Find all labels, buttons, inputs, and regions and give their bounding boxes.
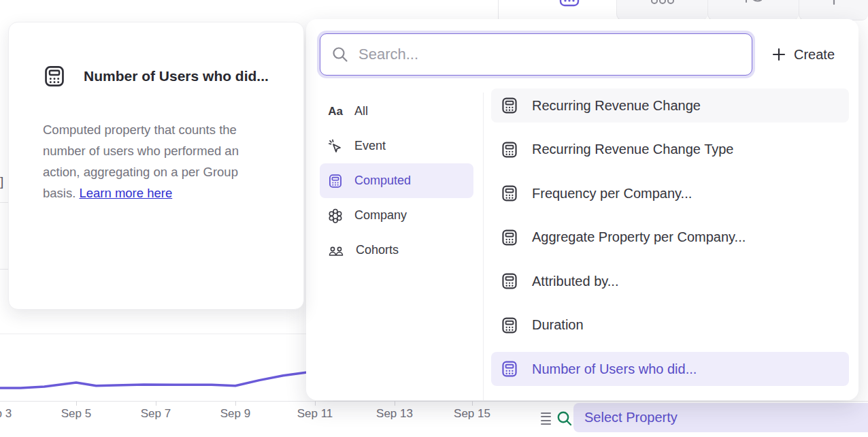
property-row-selected[interactable]: Number of Users who did...: [491, 352, 849, 386]
tab-2[interactable]: [616, 0, 707, 20]
x-axis-tick: [315, 401, 316, 406]
chart-type-tabstrip: [522, 0, 868, 20]
property-picker-panel: Create Aa All Event: [306, 19, 858, 400]
category-all[interactable]: Aa All: [320, 94, 473, 129]
x-axis-label: Sep 13: [376, 407, 413, 421]
drag-handle-icon[interactable]: [541, 412, 551, 425]
create-button-label: Create: [794, 47, 835, 63]
property-row[interactable]: Aggregate Property per Company...: [491, 221, 849, 255]
x-axis-label: Sep 15: [454, 407, 490, 421]
property-row[interactable]: Duration: [491, 308, 849, 342]
tab-3[interactable]: [707, 0, 799, 20]
property-row[interactable]: Recurring Revenue Change Type: [491, 133, 849, 167]
calculator-icon: [501, 97, 518, 114]
company-icon: [328, 208, 343, 223]
tab-4-icon: [831, 0, 837, 7]
property-row[interactable]: Frequency per Company...: [491, 176, 849, 210]
tooltip-description: Computed property that counts the number…: [43, 119, 273, 204]
calculator-icon: [501, 184, 518, 202]
search-input[interactable]: [358, 46, 741, 63]
x-axis-label: Sep 7: [141, 407, 171, 421]
category-list: Aa All Event: [320, 94, 473, 268]
select-property-field[interactable]: Select Property: [573, 403, 868, 432]
category-company[interactable]: Company: [320, 198, 473, 233]
property-row[interactable]: Recurring Revenue Change: [491, 88, 849, 123]
calculator-icon: [501, 141, 518, 159]
search-icon: [331, 46, 349, 63]
x-axis-label: Sep 11: [297, 407, 333, 421]
x-axis-tick: [76, 401, 77, 406]
category-computed[interactable]: Computed: [320, 163, 473, 198]
tab-3-icon: [744, 0, 764, 7]
plus-icon: [771, 47, 786, 62]
calculator-tab-icon: [559, 0, 580, 8]
x-axis-label: Sep 5: [61, 407, 91, 421]
tab-active-computed[interactable]: [522, 0, 616, 20]
cohorts-icon: [328, 243, 344, 258]
category-cohorts[interactable]: Cohorts: [320, 233, 473, 268]
left-sliver-divider-2: [0, 269, 8, 270]
panel-divider: [483, 93, 484, 400]
property-row[interactable]: Attributed by...: [491, 264, 849, 298]
left-sliver-divider-1: [0, 202, 8, 203]
x-axis-line: [0, 401, 868, 402]
event-cursor-icon: [328, 139, 343, 154]
top-pane-divider: [498, 0, 499, 20]
search-box: [320, 33, 752, 76]
learn-more-link[interactable]: Learn more here: [79, 186, 172, 200]
calculator-icon: [43, 65, 66, 88]
calculator-icon: [501, 317, 518, 334]
category-event[interactable]: Event: [320, 129, 473, 163]
app-root: ] Sep 3 Sep 5 Sep 7 Sep 9 Sep 11 Sep 13 …: [0, 0, 868, 437]
x-axis-tick: [472, 401, 473, 406]
property-list: Recurring Revenue Change Recurring Reven…: [491, 88, 849, 396]
tooltip-header: Number of Users who did...: [43, 65, 269, 88]
x-axis-tick: [395, 401, 395, 406]
clipped-text-fragment: ]: [0, 174, 3, 189]
x-axis-label: Sep 9: [220, 407, 250, 421]
x-axis-label: Sep 3: [0, 407, 12, 421]
calculator-icon: [501, 229, 518, 246]
tooltip-title: Number of Users who did...: [84, 68, 269, 84]
tab-4[interactable]: [799, 0, 868, 20]
select-property-label: Select Property: [584, 410, 678, 425]
x-axis-tick: [156, 401, 156, 406]
tab-2-icon: [651, 0, 674, 8]
calculator-icon: [501, 272, 518, 290]
create-button[interactable]: Create: [771, 44, 835, 65]
chart-line: [0, 372, 307, 388]
x-axis-tick: [235, 401, 236, 406]
calculator-icon: [328, 174, 343, 189]
calculator-icon: [501, 360, 518, 378]
text-format-icon: Aa: [328, 105, 343, 118]
property-tooltip-card: Number of Users who did... Computed prop…: [8, 22, 304, 310]
green-search-icon: [556, 410, 573, 427]
